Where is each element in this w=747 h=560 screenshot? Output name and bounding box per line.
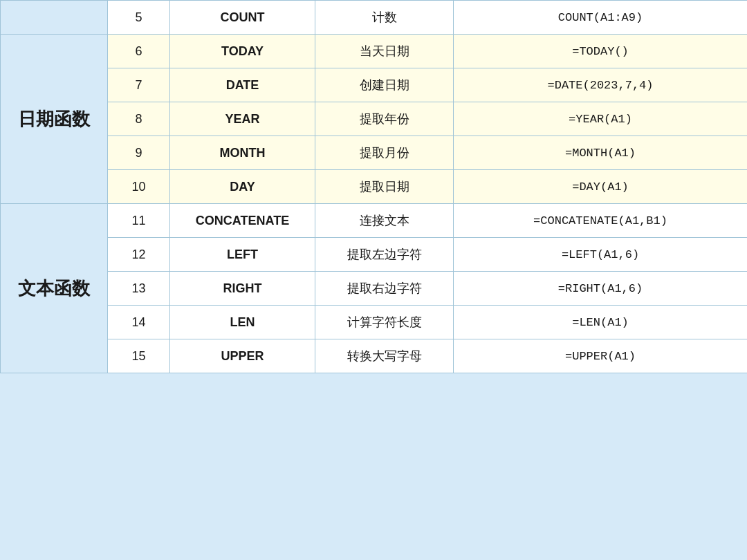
function-description: 转换大写字母 (315, 339, 454, 373)
function-example: =TODAY() (454, 35, 748, 68)
function-description: 创建日期 (315, 68, 454, 102)
function-description: 提取月份 (315, 136, 454, 170)
function-name: LEFT (170, 238, 315, 272)
function-example: =YEAR(A1) (454, 102, 748, 136)
row-number: 13 (108, 272, 170, 306)
function-example: =LEN(A1) (454, 306, 748, 339)
table-row: 10DAY提取日期=DAY(A1) (1, 170, 748, 204)
row-number: 5 (108, 1, 170, 35)
function-description: 提取日期 (315, 170, 454, 204)
function-description: 计算字符长度 (315, 306, 454, 339)
row-number: 12 (108, 238, 170, 272)
function-description: 计数 (315, 1, 454, 35)
table-row: 5COUNT计数COUNT(A1:A9) (1, 1, 748, 35)
function-name: DATE (170, 68, 315, 102)
table-row: 日期函数6TODAY当天日期=TODAY() (1, 35, 748, 68)
row-number: 9 (108, 136, 170, 170)
function-example: =LEFT(A1,6) (454, 238, 748, 272)
function-example: =CONCATENATE(A1,B1) (454, 204, 748, 238)
function-name: LEN (170, 306, 315, 339)
function-name: RIGHT (170, 272, 315, 306)
function-description: 当天日期 (315, 35, 454, 68)
function-name: MONTH (170, 136, 315, 170)
function-example: =RIGHT(A1,6) (454, 272, 748, 306)
table-row: 14LEN计算字符长度=LEN(A1) (1, 306, 748, 339)
row-number: 7 (108, 68, 170, 102)
function-example: COUNT(A1:A9) (454, 1, 748, 35)
row-number: 14 (108, 306, 170, 339)
function-description: 提取年份 (315, 102, 454, 136)
row-number: 11 (108, 204, 170, 238)
row-number: 15 (108, 339, 170, 373)
row-number: 8 (108, 102, 170, 136)
function-example: =DAY(A1) (454, 170, 748, 204)
function-name: YEAR (170, 102, 315, 136)
function-description: 提取左边字符 (315, 238, 454, 272)
function-example: =UPPER(A1) (454, 339, 748, 373)
table-container: 5COUNT计数COUNT(A1:A9)日期函数6TODAY当天日期=TODAY… (0, 0, 747, 373)
functions-table: 5COUNT计数COUNT(A1:A9)日期函数6TODAY当天日期=TODAY… (0, 0, 747, 373)
table-row: 12LEFT提取左边字符=LEFT(A1,6) (1, 238, 748, 272)
function-example: =DATE(2023,7,4) (454, 68, 748, 102)
table-row: 13RIGHT提取右边字符=RIGHT(A1,6) (1, 272, 748, 306)
table-row: 9MONTH提取月份=MONTH(A1) (1, 136, 748, 170)
function-description: 提取右边字符 (315, 272, 454, 306)
category-cell-empty (1, 1, 108, 35)
function-example: =MONTH(A1) (454, 136, 748, 170)
category-cell: 日期函数 (1, 35, 108, 204)
category-cell: 文本函数 (1, 204, 108, 373)
function-name: TODAY (170, 35, 315, 68)
function-name: COUNT (170, 1, 315, 35)
table-row: 15UPPER转换大写字母=UPPER(A1) (1, 339, 748, 373)
function-name: CONCATENATE (170, 204, 315, 238)
table-row: 7DATE创建日期=DATE(2023,7,4) (1, 68, 748, 102)
function-name: UPPER (170, 339, 315, 373)
function-name: DAY (170, 170, 315, 204)
table-row: 文本函数11CONCATENATE连接文本=CONCATENATE(A1,B1) (1, 204, 748, 238)
function-description: 连接文本 (315, 204, 454, 238)
table-row: 8YEAR提取年份=YEAR(A1) (1, 102, 748, 136)
row-number: 6 (108, 35, 170, 68)
row-number: 10 (108, 170, 170, 204)
